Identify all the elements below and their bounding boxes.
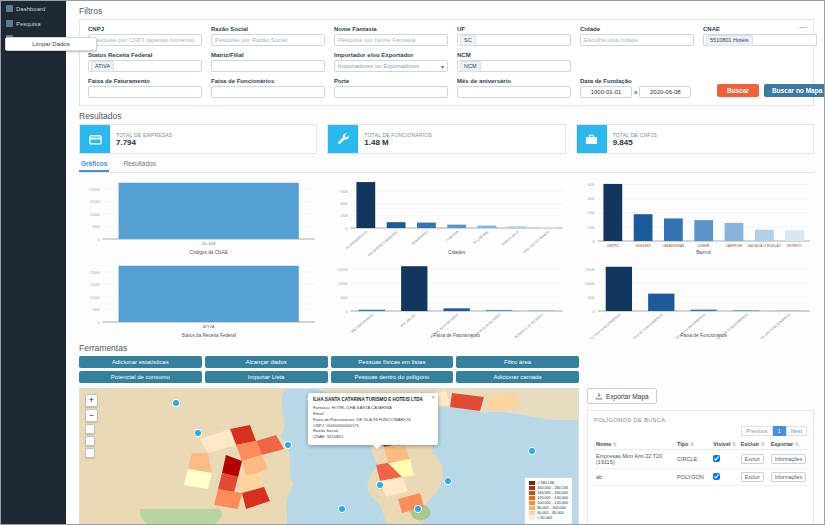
map-zoom-in-button[interactable]: +	[85, 394, 98, 407]
map-marker[interactable]	[194, 429, 201, 436]
visible-checkbox[interactable]	[713, 455, 720, 462]
sort-icon[interactable]: ⇅	[795, 441, 799, 447]
legend-entry: 160.001 - 180.136	[529, 486, 568, 490]
export-map-label: Exportar Mapa	[606, 393, 649, 400]
matriz-filial-label: Matriz/Filial	[211, 52, 325, 58]
column-header-3[interactable]: Excluir ⇅	[739, 439, 769, 450]
layer-name: ab	[594, 469, 675, 486]
tab-resultados[interactable]: Resultados	[121, 158, 158, 172]
pagination-previous[interactable]: Previous	[741, 426, 772, 436]
map-marker[interactable]	[338, 505, 345, 512]
tool-button[interactable]: Importar Lista	[205, 371, 328, 383]
column-header-2[interactable]: Visível ⇅	[711, 439, 739, 450]
ncm-input[interactable]: NCM	[457, 60, 571, 72]
tool-button[interactable]: Alcançar dados	[205, 356, 328, 368]
sidebar-item-dashboard[interactable]: Dashboard	[1, 1, 66, 16]
uf-input[interactable]: SC	[457, 34, 571, 46]
svg-text:300: 300	[588, 196, 596, 201]
legend-label: 80.001 - 100.000	[537, 506, 566, 510]
visible-checkbox[interactable]	[713, 473, 720, 480]
popup-close-icon[interactable]: ×	[431, 394, 435, 400]
map[interactable]: + − × ILHA SANTA CATARINA TURISMO E HOTE…	[79, 388, 579, 525]
tool-button[interactable]: Filtro área	[456, 356, 579, 368]
svg-text:55-108: 55-108	[202, 241, 216, 246]
svg-text:DE 0 A 9 FUNCIONÁRIOS: DE 0 A 9 FUNCIONÁRIOS	[589, 312, 622, 339]
export-map-button[interactable]: Exportar Mapa	[587, 388, 657, 404]
stat-card-value: 7.794	[116, 138, 172, 147]
svg-text:ITAPEMA: ITAPEMA	[445, 229, 459, 242]
legend-label: 120.001 - 140.000	[537, 496, 568, 500]
clear-data-button[interactable]: Limpar Dados	[5, 37, 97, 51]
nome-fantasia-input[interactable]	[334, 34, 448, 46]
razao-social-input[interactable]	[211, 34, 325, 46]
table-row: abPOLYGONExcluirInformações	[594, 469, 807, 486]
delete-layer-button[interactable]: Excluir	[741, 472, 764, 482]
sort-icon[interactable]: ⇅	[613, 441, 617, 447]
cidade-label: Cidade	[580, 26, 694, 32]
sort-icon[interactable]: ⇅	[690, 441, 694, 447]
svg-text:0: 0	[97, 320, 100, 325]
data-fundacao-to-input[interactable]	[639, 86, 691, 98]
status-rf-chip[interactable]: ATIVA	[91, 61, 114, 72]
sort-icon[interactable]: ⇅	[732, 441, 736, 447]
search-on-map-button[interactable]: Buscar no Mapa	[764, 84, 825, 97]
map-draw-button[interactable]	[85, 448, 95, 458]
map-zoom-out-button[interactable]: −	[85, 409, 98, 422]
sort-icon[interactable]: ⇅	[761, 441, 765, 447]
data-fundacao-from-input[interactable]	[580, 86, 632, 98]
svg-text:CANASVIEIRAS: CANASVIEIRAS	[663, 244, 685, 248]
map-layers-button[interactable]	[85, 436, 95, 446]
porte-input[interactable]	[334, 86, 448, 98]
stat-card-value: 1.48 M	[364, 138, 432, 147]
tool-button[interactable]: Pessoas dentro do polígono	[331, 371, 454, 383]
map-marker[interactable]	[284, 441, 291, 448]
column-header-1[interactable]: Tipo ⇅	[675, 439, 711, 450]
stat-card-1: TOTAL DE FUNCIONÁRIOS1.48 M	[327, 124, 565, 154]
tool-button[interactable]: Potencial de consumo	[79, 371, 202, 383]
legend-entry: > 180.136	[529, 481, 568, 485]
map-marker[interactable]	[528, 447, 535, 454]
charts-grid: 050010001500200055-108Códigos da CNAE 02…	[79, 175, 814, 339]
tab-graficos[interactable]: Gráficos	[79, 158, 109, 172]
sidebar: DashboardPesquisaDados Limpar Dados	[1, 1, 66, 524]
importador-select[interactable]: Importadores ou Exportadores ▾	[334, 60, 448, 72]
map-controls: + −	[85, 394, 98, 458]
layer-info-button[interactable]: Informações	[771, 454, 807, 464]
map-marker[interactable]	[444, 477, 451, 484]
column-header-4[interactable]: Exportar ⇅	[769, 439, 807, 450]
map-fullscreen-button[interactable]	[85, 424, 95, 434]
tool-button[interactable]: Adicionar camada	[456, 371, 579, 383]
svg-text:INGLESES: INGLESES	[636, 244, 651, 248]
map-marker[interactable]	[172, 399, 179, 406]
map-marker[interactable]	[376, 481, 383, 488]
status-rf-input[interactable]: ATIVA	[88, 60, 202, 72]
tool-button[interactable]: Pessoas físicas em listas	[331, 356, 454, 368]
cidade-input[interactable]	[580, 34, 694, 46]
svg-text:JURERÊ: JURERÊ	[698, 243, 710, 248]
faixa-faturamento-input[interactable]	[88, 86, 202, 98]
legend-label: 160.001 - 180.136	[537, 486, 568, 490]
mes-aniversario-input[interactable]	[457, 86, 571, 98]
layer-info-button[interactable]: Informações	[771, 472, 807, 482]
field-razao-social: Razão Social	[211, 26, 325, 46]
map-marker[interactable]	[414, 505, 421, 512]
pagination-page-1[interactable]: 1	[773, 426, 786, 436]
uf-chip[interactable]: SC	[460, 35, 476, 46]
cnae-chip[interactable]: 5510801 Hotéis	[706, 35, 753, 46]
cnpj-input[interactable]	[88, 34, 202, 46]
field-importador: Importador e/ou Exportador Importadores …	[334, 52, 448, 72]
delete-layer-button[interactable]: Excluir	[741, 454, 764, 464]
matriz-filial-input[interactable]	[211, 60, 325, 72]
search-button[interactable]: Buscar	[717, 84, 759, 97]
legend-entry: 60.001 - 80.000	[529, 511, 568, 515]
sidebar-item-pesquisa[interactable]: Pesquisa	[1, 16, 66, 31]
stat-card-label: TOTAL DE CNPJS	[613, 132, 657, 138]
column-header-0[interactable]: Nome ⇅	[594, 439, 675, 450]
cnae-input[interactable]: 5510801 Hotéis	[703, 34, 817, 46]
layer-name: Empresas Mon Ami 22 T20 (19115)	[594, 450, 675, 469]
pagination-next[interactable]: Next	[786, 426, 807, 436]
faixa-funcionarios-input[interactable]	[211, 86, 325, 98]
ncm-chip[interactable]: NCM	[460, 61, 481, 72]
collapse-filters-button[interactable]: —	[799, 22, 807, 31]
tool-button[interactable]: Adicionar estatísticas	[79, 356, 202, 368]
